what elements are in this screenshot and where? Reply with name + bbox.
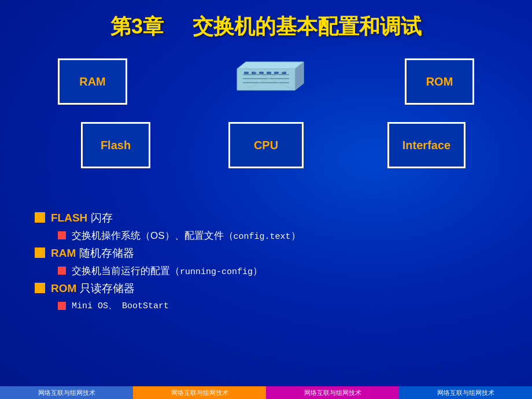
list-item-flash-sub1: 交换机操作系统（OS）、配置文件（config.text） bbox=[35, 229, 497, 242]
list-item-ram: RAM 随机存储器 bbox=[35, 246, 497, 261]
svg-rect-9 bbox=[267, 72, 271, 74]
subtitle-label: 交换机的基本配置和调试 bbox=[193, 14, 422, 38]
cpu-label: CPU bbox=[254, 139, 278, 152]
ram-box: RAM bbox=[58, 58, 127, 105]
title-bar: 第3章 交换机的基本配置和调试 bbox=[0, 0, 532, 47]
list-item-flash: FLASH 闪存 bbox=[35, 210, 497, 226]
sub-bullet-3 bbox=[58, 302, 66, 310]
rom-sub-text: Mini OS、 BootStart bbox=[72, 300, 169, 311]
bottom-seg-3: 网络互联与组网技术 bbox=[266, 386, 399, 399]
sub-bullet-1 bbox=[58, 231, 66, 239]
bullet-rom bbox=[35, 283, 45, 293]
list-item-rom-sub1: Mini OS、 BootStart bbox=[35, 300, 497, 311]
keyword-ram: RAM bbox=[51, 247, 76, 259]
svg-rect-6 bbox=[244, 72, 249, 74]
flash-label: Flash bbox=[101, 139, 131, 152]
rom-label: ROM bbox=[426, 75, 453, 88]
sub-bullet-2 bbox=[58, 267, 66, 275]
text-rom: 只读存储器 bbox=[80, 282, 135, 294]
bullet-flash bbox=[35, 212, 45, 223]
keyword-flash: FLASH bbox=[51, 212, 87, 224]
interface-label: Interface bbox=[402, 139, 450, 152]
ram-sub-text: 交换机当前运行的配置（running-config） bbox=[72, 264, 263, 278]
keyword-rom: ROM bbox=[51, 282, 76, 294]
text-ram: 随机存储器 bbox=[79, 247, 134, 259]
diagram-area: RAM bbox=[0, 53, 532, 203]
bottom-bar: 网络互联与组网技术 网络互联与组网技术 网络互联与组网技术 网络互联与组网技术 bbox=[0, 386, 532, 399]
ram-label: RAM bbox=[79, 75, 106, 88]
interface-box: Interface bbox=[387, 122, 466, 168]
switch-icon bbox=[226, 57, 306, 104]
chapter-label: 第3章 bbox=[110, 14, 164, 38]
list-item-ram-sub1: 交换机当前运行的配置（running-config） bbox=[35, 264, 497, 278]
rom-box: ROM bbox=[405, 58, 474, 105]
bottom-seg-4: 网络互联与组网技术 bbox=[399, 386, 532, 399]
flash-sub-text: 交换机操作系统（OS）、配置文件（config.text） bbox=[72, 229, 301, 242]
content-list: FLASH 闪存 交换机操作系统（OS）、配置文件（config.text） R… bbox=[0, 206, 532, 319]
bottom-seg-2: 网络互联与组网技术 bbox=[133, 386, 266, 399]
flash-box: Flash bbox=[81, 122, 150, 168]
bullet-ram bbox=[35, 247, 45, 258]
bottom-seg-1: 网络互联与组网技术 bbox=[0, 386, 133, 399]
cpu-box: CPU bbox=[228, 122, 304, 168]
text-flash: 闪存 bbox=[91, 212, 113, 224]
list-item-rom: ROM 只读存储器 bbox=[35, 281, 497, 296]
page-title: 第3章 交换机的基本配置和调试 bbox=[110, 14, 422, 38]
svg-marker-0 bbox=[237, 62, 304, 69]
